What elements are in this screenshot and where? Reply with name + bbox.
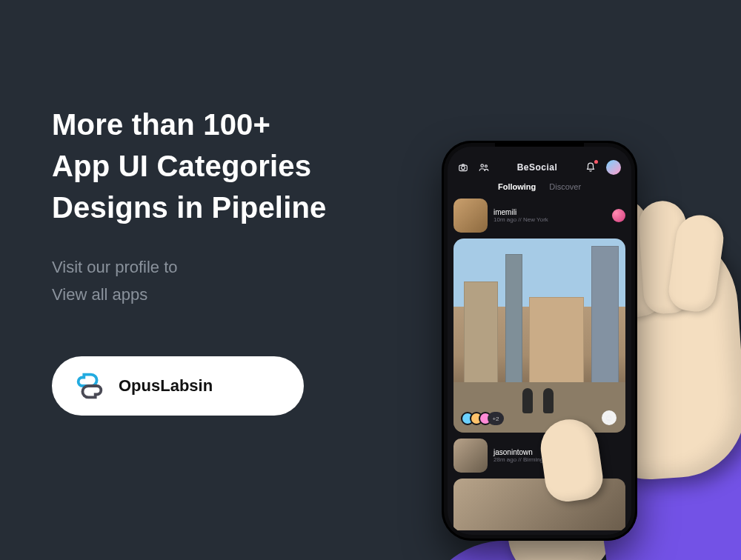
media-building (591, 246, 619, 401)
subheadline-line-2: View all apps (52, 281, 378, 308)
phone-screen: BeSocial Following Discover imemili (448, 147, 631, 535)
media-person (543, 388, 554, 413)
media-building (464, 281, 498, 398)
profile-avatar[interactable] (606, 160, 621, 175)
post-thumbnail[interactable] (453, 439, 488, 473)
feed-tabs: Following Discover (448, 179, 631, 199)
svg-point-2 (481, 164, 484, 167)
app-bar: BeSocial (448, 147, 631, 179)
subheadline: Visit our profile to View all apps (52, 253, 378, 309)
tab-following[interactable]: Following (498, 182, 536, 191)
subheadline-line-1: Visit our profile to (52, 253, 378, 281)
phone-hand-mockup: BeSocial Following Discover imemili (319, 86, 741, 560)
brand-pill-button[interactable]: OpusLabsin (52, 356, 304, 416)
headline-line-1: More than 100+ (52, 104, 378, 145)
headline-line-3: Designs in Pipeline (52, 187, 378, 228)
post-media[interactable]: +2 ☺ (453, 239, 625, 433)
media-building (505, 254, 522, 394)
friends-icon[interactable] (479, 162, 489, 173)
svg-point-3 (485, 165, 487, 167)
promo-text-block: More than 100+ App UI Categories Designs… (52, 104, 378, 416)
svg-point-1 (462, 166, 465, 170)
notifications-icon[interactable] (585, 162, 596, 173)
app-title: BeSocial (499, 162, 575, 173)
headline: More than 100+ App UI Categories Designs… (52, 104, 378, 228)
phone-frame: BeSocial Following Discover imemili (442, 141, 637, 541)
post-reaction-avatar[interactable] (612, 209, 625, 222)
media-person (522, 388, 533, 413)
tab-discover[interactable]: Discover (549, 182, 581, 191)
brand-logo-icon (73, 369, 107, 403)
smile-icon: ☺ (605, 413, 614, 423)
react-button[interactable]: ☺ (602, 410, 617, 425)
brand-name: OpusLabsin (119, 376, 213, 396)
reaction-count-badge: +2 (488, 412, 504, 425)
post-header: imemili 10m ago // New York (453, 199, 625, 233)
post-thumbnail[interactable] (453, 199, 488, 233)
post-meta: imemili 10m ago // New York (494, 208, 548, 223)
feed-post[interactable]: imemili 10m ago // New York (453, 199, 625, 433)
camera-icon[interactable] (458, 162, 468, 173)
reaction-chips[interactable]: +2 (461, 412, 504, 425)
post-username[interactable]: imemili (494, 208, 548, 216)
headline-line-2: App UI Categories (52, 145, 378, 187)
post-time-location: 10m ago // New York (494, 216, 548, 223)
